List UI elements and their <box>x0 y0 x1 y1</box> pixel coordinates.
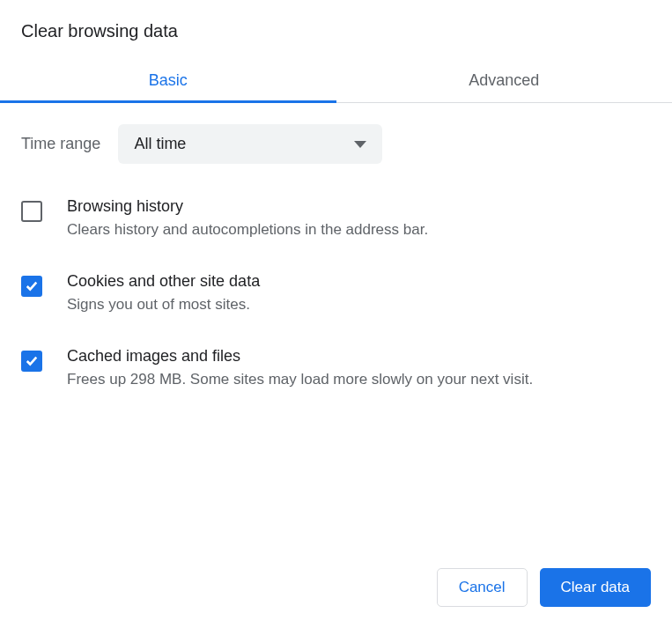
time-range-row: Time range All time <box>21 124 651 164</box>
clear-browsing-data-dialog: Clear browsing data Basic Advanced Time … <box>0 0 672 628</box>
option-desc: Clears history and autocompletions in th… <box>67 219 651 240</box>
option-title: Cookies and other site data <box>67 272 651 291</box>
option-cache: Cached images and files Frees up 298 MB.… <box>21 347 651 390</box>
option-text: Browsing history Clears history and auto… <box>67 197 651 240</box>
option-desc: Frees up 298 MB. Some sites may load mor… <box>67 369 651 390</box>
option-desc: Signs you out of most sites. <box>67 294 651 315</box>
option-cookies: Cookies and other site data Signs you ou… <box>21 272 651 315</box>
tab-bar: Basic Advanced <box>0 59 672 103</box>
tab-advanced-label: Advanced <box>469 71 539 89</box>
option-text: Cookies and other site data Signs you ou… <box>67 272 651 315</box>
tab-advanced[interactable]: Advanced <box>336 59 673 102</box>
checkmark-icon <box>26 355 38 367</box>
tab-basic[interactable]: Basic <box>0 59 336 102</box>
option-title: Cached images and files <box>67 347 651 366</box>
tab-basic-label: Basic <box>149 71 188 89</box>
time-range-label: Time range <box>21 135 100 153</box>
time-range-value: All time <box>134 135 186 153</box>
dialog-body: Time range All time Browsing history Cle… <box>0 103 672 389</box>
dialog-footer: Cancel Clear data <box>437 568 651 607</box>
cancel-button[interactable]: Cancel <box>437 568 528 607</box>
checkmark-icon <box>26 280 38 292</box>
option-text: Cached images and files Frees up 298 MB.… <box>67 347 651 390</box>
option-title: Browsing history <box>67 197 651 216</box>
dialog-title: Clear browsing data <box>0 21 672 59</box>
clear-data-button[interactable]: Clear data <box>540 568 651 607</box>
checkbox-cookies[interactable] <box>21 276 42 297</box>
caret-down-icon <box>354 141 366 148</box>
checkbox-cache[interactable] <box>21 351 42 372</box>
option-browsing-history: Browsing history Clears history and auto… <box>21 197 651 240</box>
time-range-select[interactable]: All time <box>118 124 382 164</box>
checkbox-browsing-history[interactable] <box>21 201 42 222</box>
